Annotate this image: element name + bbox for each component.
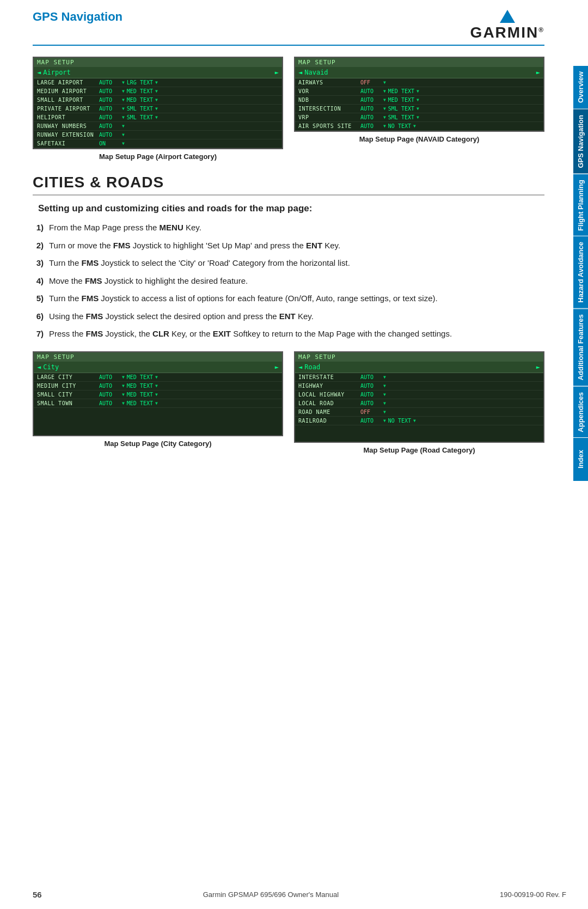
road-localhighway-val: AUTO bbox=[360, 392, 381, 398]
sidebar-item-hazard-avoidance[interactable]: Hazard Avoidance bbox=[573, 236, 588, 308]
road-screen-header: MAP SETUP bbox=[295, 352, 543, 362]
sidebar-item-gps-navigation[interactable]: GPS Navigation bbox=[573, 109, 588, 174]
airport-small-dropdown: ▼ bbox=[122, 97, 125, 102]
navaid-vor-val: AUTO bbox=[360, 88, 381, 94]
step-1: 1) From the Map Page press the MENU Key. bbox=[33, 222, 544, 234]
road-arrow-left-icon: ◄ bbox=[298, 363, 302, 371]
airport-screen-header: MAP SETUP bbox=[34, 58, 282, 67]
road-localhighway-dropdown: ▼ bbox=[383, 392, 386, 397]
road-localhighway-label: LOCAL HIGHWAY bbox=[298, 392, 358, 398]
airport-private-text: SML TEXT bbox=[127, 106, 153, 112]
airport-runway-ext-val: AUTO bbox=[99, 132, 120, 138]
city-large-val: AUTO bbox=[99, 374, 120, 380]
city-large-label: LARGE CITY bbox=[37, 374, 97, 380]
airport-runway-num-dropdown: ▼ bbox=[122, 124, 125, 129]
airport-title: Airport bbox=[43, 69, 71, 76]
city-medium-text-arr: ▼ bbox=[155, 383, 158, 388]
sidebar-item-index[interactable]: Index bbox=[573, 437, 588, 481]
step-4-num: 4) bbox=[33, 275, 44, 288]
city-panel-caption: Map Setup Page (City Category) bbox=[33, 440, 283, 448]
page-title: GPS Navigation bbox=[33, 10, 122, 24]
page-footer: 56 Garmin GPSMAP 695/696 Owner's Manual … bbox=[33, 890, 566, 899]
road-roadname-dropdown: ▼ bbox=[383, 410, 386, 414]
city-large-dropdown: ▼ bbox=[122, 375, 125, 380]
step-1-num: 1) bbox=[33, 222, 44, 234]
main-content: GPS Navigation GARMIN® MAP SETUP ◄Airpor… bbox=[0, 0, 566, 471]
airport-large-val: AUTO bbox=[99, 80, 120, 86]
navaid-intersection-text-arr: ▼ bbox=[416, 106, 419, 111]
sidebar-item-additional-features[interactable]: Additional Features bbox=[573, 308, 588, 386]
city-screen-panel: MAP SETUP ◄City ► LARGE CITY AUTO ▼ MED … bbox=[33, 351, 283, 436]
airport-runway-ext-dropdown: ▼ bbox=[122, 132, 125, 137]
airport-large-text: LRG TEXT bbox=[127, 80, 153, 86]
road-localroad-dropdown: ▼ bbox=[383, 401, 386, 406]
airport-row-small: SMALL AIRPORT AUTO ▼ MED TEXT ▼ bbox=[34, 96, 282, 105]
navaid-vrp-text: SML TEXT bbox=[388, 114, 414, 120]
city-screen-header: MAP SETUP bbox=[34, 352, 282, 362]
footer-center: Garmin GPSMAP 695/696 Owner's Manual bbox=[203, 890, 339, 899]
road-title: Road bbox=[304, 363, 320, 371]
airport-row-runway-num: RUNWAY NUMBERS AUTO ▼ bbox=[34, 122, 282, 131]
road-roadname-label: ROAD NAME bbox=[298, 409, 358, 415]
airport-screen-panel: MAP SETUP ◄Airport ► LARGE AIRPORT AUTO … bbox=[33, 57, 283, 149]
navaid-row-intersection: INTERSECTION AUTO ▼ SML TEXT ▼ bbox=[295, 105, 543, 113]
navaid-intersection-text: SML TEXT bbox=[388, 106, 414, 112]
city-large-text-arr: ▼ bbox=[155, 375, 158, 380]
step-6: 6) Using the FMS Joystick select the des… bbox=[33, 310, 544, 323]
city-arrow-right-icon: ► bbox=[275, 363, 279, 371]
airport-row-medium: MEDIUM AIRPORT AUTO ▼ MED TEXT ▼ bbox=[34, 87, 282, 96]
navaid-airsports-text: NO TEXT bbox=[388, 123, 411, 129]
road-railroad-text-arr: ▼ bbox=[413, 418, 416, 423]
sidebar-item-appendices[interactable]: Appendices bbox=[573, 386, 588, 438]
road-highway-dropdown: ▼ bbox=[383, 383, 386, 388]
airport-heli-text-arr: ▼ bbox=[155, 115, 158, 120]
airport-heli-dropdown: ▼ bbox=[122, 115, 125, 120]
airport-row-private: PRIVATE AIRPORT AUTO ▼ SML TEXT ▼ bbox=[34, 105, 282, 113]
step-7-num: 7) bbox=[33, 328, 44, 340]
navaid-ndb-label: NDB bbox=[298, 97, 358, 103]
airport-small-text: MED TEXT bbox=[127, 97, 153, 103]
step-4: 4) Move the FMS Joystick to highlight th… bbox=[33, 275, 544, 288]
sidebar-item-overview[interactable]: Overview bbox=[573, 65, 588, 109]
navaid-airsports-dropdown: ▼ bbox=[383, 124, 386, 129]
page-number: 56 bbox=[33, 890, 42, 899]
step-3-num: 3) bbox=[33, 257, 44, 270]
navaid-airsports-label: AIR SPORTS SITE bbox=[298, 123, 358, 129]
road-highway-val: AUTO bbox=[360, 383, 381, 389]
city-smalltown-text: MED TEXT bbox=[127, 400, 153, 406]
city-screen-title-row: ◄City ► bbox=[34, 362, 282, 373]
navaid-vor-text-arr: ▼ bbox=[416, 89, 419, 94]
airport-panel-caption: Map Setup Page (Airport Category) bbox=[33, 152, 283, 161]
road-highway-label: HIGHWAY bbox=[298, 383, 358, 389]
airport-small-val: AUTO bbox=[99, 97, 120, 103]
city-medium-val: AUTO bbox=[99, 383, 120, 389]
airport-arrow-right-icon: ► bbox=[275, 69, 279, 76]
airport-large-dropdown: ▼ bbox=[122, 80, 125, 85]
city-small-label: SMALL CITY bbox=[37, 392, 97, 398]
airport-runway-num-label: RUNWAY NUMBERS bbox=[37, 123, 97, 129]
step-7-text: Press the FMS Joystick, the CLR Key, or … bbox=[49, 328, 544, 340]
garmin-logo-text: GARMIN® bbox=[470, 24, 544, 41]
city-small-text: MED TEXT bbox=[127, 392, 153, 398]
airport-private-label: PRIVATE AIRPORT bbox=[37, 106, 97, 112]
airport-small-label: SMALL AIRPORT bbox=[37, 97, 97, 103]
road-panel-caption: Map Setup Page (Road Category) bbox=[294, 446, 544, 454]
road-arrow-right-icon: ► bbox=[536, 363, 540, 371]
airport-runway-num-val: AUTO bbox=[99, 123, 120, 129]
subsection-title: Setting up and customizing cities and ro… bbox=[38, 203, 544, 214]
city-title: City bbox=[43, 363, 59, 371]
step-3: 3) Turn the FMS Joystick to select the '… bbox=[33, 257, 544, 270]
section-title: CITIES & ROADS bbox=[33, 174, 544, 196]
road-interstate-dropdown: ▼ bbox=[383, 375, 386, 380]
city-medium-label: MEDIUM CITY bbox=[37, 383, 97, 389]
airport-private-dropdown: ▼ bbox=[122, 106, 125, 111]
navaid-intersection-val: AUTO bbox=[360, 106, 381, 112]
airport-large-text-arr: ▼ bbox=[155, 80, 158, 85]
road-row-roadname: ROAD NAME OFF ▼ bbox=[295, 408, 543, 417]
sidebar-item-flight-planning[interactable]: Flight Planning bbox=[573, 174, 588, 236]
navaid-airways-dropdown: ▼ bbox=[383, 80, 386, 85]
navaid-intersection-dropdown: ▼ bbox=[383, 106, 386, 111]
step-6-num: 6) bbox=[33, 310, 44, 323]
side-tabs: Overview GPS Navigation Flight Planning … bbox=[573, 65, 588, 481]
page-header: GPS Navigation GARMIN® bbox=[33, 10, 544, 46]
